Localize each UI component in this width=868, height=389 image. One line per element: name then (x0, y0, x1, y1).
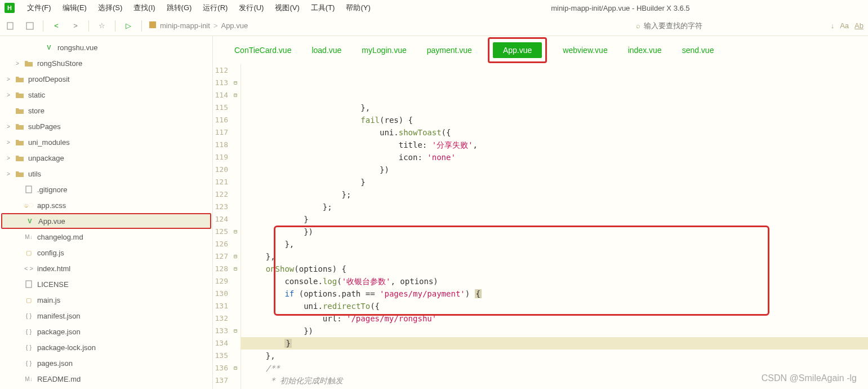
code-line[interactable]: }, (241, 350, 868, 362)
code-line[interactable]: } (241, 176, 868, 188)
code-line[interactable]: */ (241, 387, 868, 389)
menu-item-6[interactable]: 发行(U) (233, 1, 269, 15)
code-line[interactable]: }; (241, 188, 868, 201)
editor-tab[interactable]: myLogin.vue (351, 42, 416, 58)
fold-icon[interactable]: ⊟ (230, 77, 237, 89)
breadcrumb[interactable]: minip-mapp-init > App.vue (149, 21, 248, 30)
menu-item-2[interactable]: 选择(S) (92, 1, 128, 15)
gutter-line: 113⊟ (213, 77, 237, 89)
menu-item-4[interactable]: 跳转(G) (161, 1, 198, 15)
tree-file[interactable]: ▢config.js (0, 245, 212, 260)
fold-icon[interactable]: ⊟ (230, 89, 237, 101)
tree-folder[interactable]: >utils (0, 166, 212, 182)
code-line[interactable]: }) (241, 325, 868, 337)
editor-tab[interactable]: App.vue (493, 42, 542, 58)
tree-file[interactable]: VApp.vue (1, 213, 211, 229)
code-line[interactable]: icon: 'none' (241, 151, 868, 163)
code-line[interactable]: } (241, 213, 868, 226)
code-line[interactable]: url: '/pages/my/rongshu' (241, 312, 868, 325)
expand-arrow-icon[interactable]: > (7, 171, 15, 177)
tree-item-label: proofDeposit (28, 75, 70, 83)
tree-file[interactable]: M↓changelog.md (0, 229, 212, 245)
separator (88, 20, 89, 32)
tree-folder[interactable]: >subPages (0, 118, 212, 134)
menu-item-5[interactable]: 运行(R) (197, 1, 233, 15)
code-line[interactable]: uni.redirectTo({ (241, 300, 868, 312)
fold-icon[interactable]: ⊟ (230, 362, 237, 374)
menu-item-0[interactable]: 文件(F) (21, 1, 57, 15)
new-file-icon[interactable] (5, 20, 17, 32)
tree-file[interactable]: .gitignore (0, 182, 212, 197)
code-line[interactable]: /** (241, 362, 868, 374)
editor-tab[interactable]: ConTieCard.vue (224, 42, 301, 58)
tree-folder[interactable]: store (0, 103, 212, 118)
code-line[interactable]: }; (241, 201, 868, 213)
case-icon[interactable]: ↓ (831, 21, 835, 30)
nav-back-icon[interactable]: < (50, 20, 63, 32)
code-line[interactable]: } (241, 337, 868, 350)
code-line[interactable]: * 初始化完成时触发 (241, 374, 868, 387)
word-icon[interactable]: Ab (854, 21, 863, 30)
expand-arrow-icon[interactable]: > (7, 155, 15, 161)
menu-item-1[interactable]: 编辑(E) (57, 1, 92, 15)
code-line[interactable]: }) (241, 163, 868, 176)
menu-item-9[interactable]: 帮助(Y) (340, 1, 376, 15)
tree-file[interactable]: M↓README.md (0, 371, 212, 387)
tree-file[interactable]: { }package.json (0, 324, 212, 339)
menu-item-3[interactable]: 查找(I) (128, 1, 161, 15)
tree-folder[interactable]: >proofDeposit (0, 71, 212, 87)
code-line[interactable]: if (options.path == 'pages/my/payment') … (241, 288, 868, 300)
folder-icon (24, 59, 34, 68)
tree-item-label: changelog.md (37, 233, 83, 241)
tree-folder[interactable]: >unpackage (0, 150, 212, 166)
editor-tab[interactable]: webview.vue (553, 42, 617, 58)
tree-folder[interactable]: >uni_modules (0, 134, 212, 150)
expand-arrow-icon[interactable]: > (16, 60, 24, 67)
editor-tab[interactable]: index.vue (618, 42, 672, 58)
code-line[interactable]: onShow(options) { (241, 263, 868, 275)
code-line[interactable]: }, (241, 101, 868, 114)
code-line[interactable]: title: '分享失败', (241, 139, 868, 151)
editor-tab[interactable]: load.vue (301, 42, 351, 58)
menu-item-8[interactable]: 工具(T) (305, 1, 341, 15)
editor-tab[interactable]: send.vue (672, 42, 724, 58)
fold-icon[interactable]: ⊟ (230, 250, 237, 263)
tree-file[interactable]: { }manifest.json (0, 308, 212, 324)
search-input[interactable] (644, 21, 813, 30)
tree-file[interactable]: { }package-lock.json (0, 339, 212, 355)
run-icon[interactable]: ▷ (122, 20, 135, 32)
code-line[interactable]: uni.showToast({ (241, 126, 868, 139)
tree-file[interactable]: { }pages.json (0, 355, 212, 371)
code-line[interactable]: }) (241, 226, 868, 238)
editor-tab[interactable]: payment.vue (417, 42, 482, 58)
tree-file[interactable]: ෙapp.scss (0, 197, 212, 213)
tree-file[interactable]: ▢main.js (0, 292, 212, 308)
code-line[interactable]: }, (241, 250, 868, 263)
code-editor[interactable]: }, fail(res) { uni.showToast({ title: '分… (241, 64, 868, 389)
file-explorer[interactable]: Vrongshu.vue>rongShuStore>proofDeposit>s… (0, 36, 213, 389)
json-icon: { } (24, 359, 34, 368)
tree-file[interactable]: LICENSE (0, 276, 212, 292)
star-icon[interactable]: ☆ (96, 20, 108, 32)
fold-icon[interactable]: ⊟ (230, 325, 237, 337)
code-line[interactable]: }, (241, 238, 868, 250)
txt-icon (24, 185, 34, 194)
code-line[interactable]: fail(res) { (241, 114, 868, 126)
expand-arrow-icon[interactable]: > (7, 76, 15, 82)
fold-icon[interactable]: ⊟ (230, 263, 237, 275)
menu-item-7[interactable]: 视图(V) (269, 1, 305, 15)
expand-arrow-icon[interactable]: > (7, 123, 15, 130)
tree-file[interactable]: < >index.html (0, 260, 212, 276)
search-icon[interactable]: ⌕ (636, 21, 640, 30)
tree-item-label: App.vue (38, 217, 65, 226)
tree-folder[interactable]: >rongShuStore (0, 55, 212, 71)
expand-arrow-icon[interactable]: > (7, 139, 15, 145)
nav-forward-icon[interactable]: > (69, 20, 82, 32)
tree-folder[interactable]: >static (0, 87, 212, 103)
aa-icon[interactable]: Aa (840, 21, 849, 30)
fold-icon[interactable]: ⊟ (230, 226, 237, 238)
code-line[interactable]: console.log('收银台参数', options) (241, 275, 868, 288)
expand-arrow-icon[interactable]: > (7, 92, 15, 98)
save-icon[interactable] (24, 20, 36, 32)
tree-file[interactable]: Vrongshu.vue (0, 39, 212, 55)
